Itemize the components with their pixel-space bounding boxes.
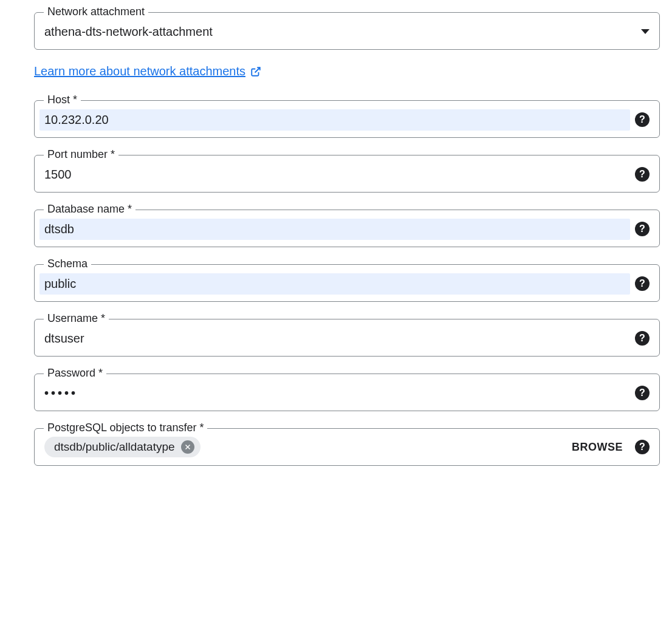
- browse-button[interactable]: BROWSE: [572, 441, 623, 454]
- port-input[interactable]: 1500: [44, 168, 625, 182]
- help-icon[interactable]: ?: [635, 167, 650, 182]
- port-box: 1500 ?: [34, 155, 660, 193]
- schema-label: Schema: [44, 258, 91, 270]
- help-icon[interactable]: ?: [635, 112, 650, 127]
- object-chip: dtsdb/public/alldatatype: [44, 437, 201, 457]
- schema-field: Schema public ?: [34, 264, 660, 302]
- objects-label: PostgreSQL objects to transfer *: [44, 422, 207, 434]
- help-icon[interactable]: ?: [635, 331, 650, 346]
- username-field: Username * dtsuser ?: [34, 319, 660, 357]
- svg-line-0: [255, 67, 259, 72]
- network-attachment-label: Network attachment: [44, 5, 148, 18]
- objects-field: PostgreSQL objects to transfer * dtsdb/p…: [34, 428, 660, 466]
- password-input[interactable]: •••••: [44, 386, 625, 400]
- port-field: Port number * 1500 ?: [34, 155, 660, 193]
- close-icon[interactable]: [181, 440, 194, 454]
- help-icon[interactable]: ?: [635, 386, 650, 400]
- database-field: Database name * dtsdb ?: [34, 210, 660, 247]
- help-icon[interactable]: ?: [635, 440, 650, 454]
- database-label: Database name *: [44, 203, 135, 216]
- learn-more-text: Learn more about network attachments: [34, 64, 245, 78]
- network-attachment-value: athena-dts-network-attachment: [44, 25, 634, 39]
- chevron-down-icon: [641, 29, 650, 34]
- schema-box: public ?: [34, 264, 660, 302]
- username-box: dtsuser ?: [34, 319, 660, 357]
- host-box: 10.232.0.20 ?: [34, 100, 660, 138]
- host-input[interactable]: 10.232.0.20: [39, 109, 630, 131]
- password-box: ••••• ?: [34, 374, 660, 411]
- learn-more-link[interactable]: Learn more about network attachments: [34, 64, 261, 78]
- schema-input[interactable]: public: [39, 273, 630, 295]
- external-link-icon: [250, 66, 261, 77]
- username-label: Username *: [44, 312, 109, 325]
- password-label: Password *: [44, 367, 106, 380]
- host-label: Host *: [44, 94, 81, 106]
- username-input[interactable]: dtsuser: [44, 332, 625, 346]
- host-field: Host * 10.232.0.20 ?: [34, 100, 660, 138]
- port-label: Port number *: [44, 148, 118, 161]
- object-chip-text: dtsdb/public/alldatatype: [54, 440, 175, 454]
- learn-more-row: Learn more about network attachments: [34, 64, 660, 78]
- database-input[interactable]: dtsdb: [39, 219, 630, 240]
- password-field: Password * ••••• ?: [34, 374, 660, 411]
- help-icon[interactable]: ?: [635, 222, 650, 236]
- help-icon[interactable]: ?: [635, 276, 650, 291]
- network-attachment-field: Network attachment athena-dts-network-at…: [34, 12, 660, 50]
